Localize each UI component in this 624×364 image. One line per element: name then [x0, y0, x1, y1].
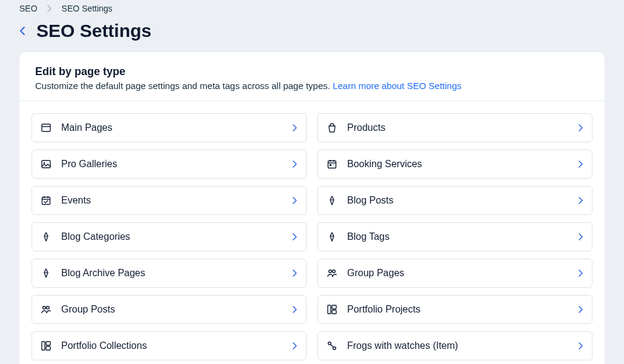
chevron-right-icon — [579, 160, 583, 168]
svg-rect-0 — [42, 124, 50, 131]
group-icon — [41, 304, 51, 315]
row-products[interactable]: Products — [317, 113, 592, 142]
chevron-right-icon — [579, 197, 583, 204]
page-icon — [41, 122, 51, 133]
svg-rect-8 — [330, 164, 331, 166]
svg-rect-22 — [332, 305, 336, 309]
svg-point-19 — [43, 306, 46, 309]
row-label: Main Pages — [61, 122, 283, 133]
svg-rect-9 — [42, 197, 50, 205]
image-icon — [41, 159, 51, 170]
pen-icon — [327, 195, 337, 206]
bag-icon — [327, 122, 337, 133]
chevron-right-icon — [293, 124, 297, 131]
row-label: Booking Services — [347, 159, 569, 170]
chevron-right-icon — [579, 233, 583, 240]
breadcrumb: SEO SEO Settings — [0, 0, 624, 15]
chevron-right-icon — [293, 342, 297, 349]
row-label: Blog Archive Pages — [61, 268, 283, 279]
svg-point-27 — [328, 342, 331, 345]
row-portfolio-collections[interactable]: Portfolio Collections — [32, 331, 307, 360]
row-blog-categories[interactable]: Blog Categories — [32, 222, 307, 251]
breadcrumb-seo-settings[interactable]: SEO Settings — [62, 4, 113, 13]
chevron-right-icon — [293, 197, 297, 204]
breadcrumb-seo[interactable]: SEO — [19, 4, 38, 13]
svg-rect-2 — [42, 160, 50, 168]
row-pro-galleries[interactable]: Pro Galleries — [32, 150, 307, 179]
svg-rect-4 — [328, 161, 336, 168]
card-header: Edit by page type Customize the default … — [19, 52, 605, 101]
connect-icon — [327, 340, 337, 351]
svg-point-17 — [329, 270, 332, 273]
row-portfolio-projects[interactable]: Portfolio Projects — [317, 295, 592, 324]
row-label: Group Posts — [61, 304, 283, 315]
svg-rect-23 — [332, 310, 336, 314]
row-label: Blog Posts — [347, 195, 569, 206]
row-label: Products — [347, 122, 569, 133]
svg-rect-21 — [328, 305, 331, 314]
row-label: Pro Galleries — [61, 159, 283, 170]
page-title: SEO Settings — [36, 21, 151, 41]
svg-point-3 — [44, 162, 45, 164]
row-label: Portfolio Collections — [61, 340, 283, 351]
chevron-right-icon — [579, 306, 583, 313]
row-group-pages[interactable]: Group Pages — [317, 259, 592, 288]
row-group-posts[interactable]: Group Posts — [32, 295, 307, 324]
row-label: Events — [61, 195, 283, 206]
svg-point-18 — [333, 270, 336, 273]
pen-icon — [327, 231, 337, 242]
chevron-right-icon — [579, 124, 583, 131]
row-frogs-item[interactable]: Frogs with watches (Item) — [317, 331, 592, 360]
row-label: Blog Categories — [61, 231, 283, 242]
chevron-right-icon — [293, 306, 297, 313]
svg-rect-26 — [46, 346, 50, 350]
row-label: Group Pages — [347, 268, 569, 279]
card-title: Edit by page type — [35, 65, 589, 78]
row-booking-services[interactable]: Booking Services — [317, 150, 592, 179]
row-blog-archive[interactable]: Blog Archive Pages — [32, 259, 307, 288]
layout-icon — [327, 304, 337, 315]
card-desc-text: Customize the default page settings and … — [35, 81, 333, 91]
pen-icon — [41, 231, 51, 242]
calendar-check-icon — [41, 195, 51, 206]
layout-icon — [41, 340, 51, 351]
svg-point-28 — [333, 347, 336, 350]
page-types-grid: Main Pages Products Pro Galleries — [19, 101, 605, 360]
chevron-right-icon — [293, 270, 297, 277]
settings-card: Edit by page type Customize the default … — [19, 52, 605, 364]
row-label: Blog Tags — [347, 231, 569, 242]
back-arrow-icon[interactable] — [19, 26, 27, 36]
chevron-right-icon — [293, 160, 297, 168]
chevron-right-icon — [293, 233, 297, 240]
page-title-row: SEO Settings — [0, 15, 624, 52]
group-icon — [327, 268, 337, 279]
row-label: Frogs with watches (Item) — [347, 340, 569, 351]
svg-rect-24 — [42, 342, 45, 350]
row-main-pages[interactable]: Main Pages — [32, 113, 307, 142]
calendar-icon — [327, 159, 337, 170]
row-events[interactable]: Events — [32, 186, 307, 215]
chevron-right-icon — [579, 270, 583, 277]
learn-more-link[interactable]: Learn more about SEO Settings — [333, 81, 462, 91]
svg-point-20 — [47, 306, 50, 309]
row-blog-tags[interactable]: Blog Tags — [317, 222, 592, 251]
svg-rect-25 — [46, 342, 50, 345]
pen-icon — [41, 268, 51, 279]
row-blog-posts[interactable]: Blog Posts — [317, 186, 592, 215]
row-label: Portfolio Projects — [347, 304, 569, 315]
card-description: Customize the default page settings and … — [35, 81, 589, 91]
chevron-right-icon — [579, 342, 583, 349]
chevron-right-icon — [47, 5, 52, 12]
